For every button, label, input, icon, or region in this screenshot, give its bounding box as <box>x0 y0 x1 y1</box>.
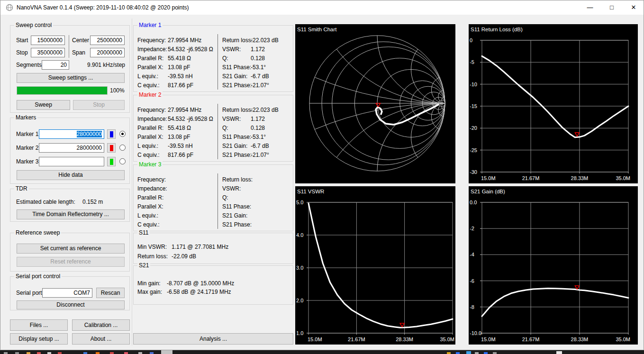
marker3-input[interactable] <box>39 157 104 166</box>
marker3-radio[interactable] <box>119 158 126 164</box>
disconnect-button[interactable]: Disconnect <box>17 300 125 309</box>
s11-return-loss-chart[interactable]: 0-5-10-15-20-25-3015.0M21.67M28.33M35.0M… <box>469 24 638 183</box>
sweep-settings-button[interactable]: Sweep settings ... <box>17 73 125 83</box>
segments-input[interactable]: 20 <box>42 60 69 70</box>
start-input[interactable]: 15000000 <box>31 36 65 45</box>
marker2-color-swatch[interactable] <box>107 143 116 153</box>
field-label: Return loss: <box>222 37 251 44</box>
close-button[interactable]: ✕ <box>623 0 644 15</box>
cable-length-value: 0.152 m <box>82 199 103 205</box>
taskbar[interactable] <box>0 350 644 354</box>
field-label: C equiv.: <box>137 221 168 228</box>
marker1-radio[interactable] <box>119 131 126 137</box>
tdr-button[interactable]: Time Domain Reflectometry ... <box>17 209 125 219</box>
field-label: Parallel R: <box>137 125 168 131</box>
sweep-button[interactable]: Sweep <box>17 100 70 110</box>
center-input[interactable]: 25000000 <box>90 36 125 45</box>
marker2-detail-panel: Marker 2 Frequency:27.9954 MHz Impedance… <box>133 95 293 162</box>
field-label: C equiv.: <box>137 82 168 89</box>
field-label: S21 Phase: <box>222 221 251 228</box>
segments-label: Segments <box>16 62 42 68</box>
field-value: 1.172 <box>251 116 265 122</box>
field-label: Parallel X: <box>137 134 168 140</box>
svg-text:21.67M: 21.67M <box>522 336 540 342</box>
field-value: 55.418 Ω <box>168 55 191 62</box>
field-label: VSWR: <box>222 185 251 192</box>
detail-divider <box>218 173 218 229</box>
field-label: S11 Phase: <box>222 64 251 71</box>
reference-sweep-group: Reference sweep Set current as reference… <box>10 233 130 272</box>
svg-text:S11 VSWR: S11 VSWR <box>297 189 324 194</box>
serial-port-input[interactable]: COM7 <box>42 288 92 298</box>
field-label: Q: <box>222 55 251 62</box>
screen: NanoVNA Saver 0.1.4 (Sweep: 2019-11-10 0… <box>0 0 644 354</box>
s11-smith-chart[interactable]: S11 Smith Chart <box>295 24 455 183</box>
s21-gain-chart[interactable]: 0.0-2-4-6-8-10.015.0M21.67M28.33M35.0MS2… <box>469 186 638 345</box>
taskbar-icon-fragment <box>58 352 62 354</box>
svg-text:-25: -25 <box>470 147 477 153</box>
tdr-group: TDR Estimated cable length: 0.152 m Time… <box>10 189 130 222</box>
set-reference-button[interactable]: Set current as reference <box>17 244 125 254</box>
analysis-button[interactable]: Analysis ... <box>133 333 293 345</box>
taskbar-icon-fragment <box>556 351 562 354</box>
s11-info-title: S11 <box>137 229 150 236</box>
field-label: Frequency: <box>137 107 168 113</box>
field-label: Return loss: <box>222 176 251 183</box>
svg-text:3.0: 3.0 <box>296 265 303 271</box>
app-icon <box>6 4 13 11</box>
field-label: S21 Phase: <box>222 152 251 158</box>
calibration-button[interactable]: Calibration ... <box>72 319 130 331</box>
field-value: 817.66 pF <box>168 152 193 158</box>
detail-divider <box>218 104 218 159</box>
minimize-button[interactable]: — <box>579 0 601 15</box>
taskbar-icon-fragment <box>466 351 471 354</box>
svg-text:0.0: 0.0 <box>470 200 477 205</box>
marker1-detail-title: Marker 1 <box>137 22 163 29</box>
marker3-detail-panel: Marker 3 Frequency: Impedance: Parallel … <box>133 164 293 231</box>
serial-port-legend: Serial port control <box>14 273 62 280</box>
span-input[interactable]: 20000000 <box>90 48 125 57</box>
field-value: 27.9954 MHz <box>168 107 201 113</box>
maximize-button[interactable]: □ <box>601 0 623 15</box>
s21-info-panel: S21 Min gain:-8.707 dB @ 15.0000 MHz Max… <box>133 265 293 305</box>
svg-text:4.0: 4.0 <box>296 232 303 238</box>
serial-port-label: Serial port <box>16 290 42 296</box>
display-setup-button[interactable]: Display setup ... <box>10 333 68 345</box>
field-value: -39.53 nH <box>168 143 193 149</box>
stop-label: Stop <box>16 49 28 56</box>
about-button[interactable]: About ... <box>72 333 130 345</box>
marker3-detail-title: Marker 3 <box>137 161 163 168</box>
panel-divider <box>132 18 132 345</box>
marker3-color-swatch[interactable] <box>107 157 116 166</box>
rescan-button[interactable]: Rescan <box>96 288 125 298</box>
taskbar-icon-fragment <box>484 352 488 354</box>
field-value: -6.7 dB <box>251 73 269 80</box>
svg-text:21.67M: 21.67M <box>522 175 540 181</box>
field-value: 817.66 pF <box>168 82 193 89</box>
files-button[interactable]: Files ... <box>10 319 68 331</box>
field-value: -21.07° <box>251 82 269 89</box>
marker2-radio[interactable] <box>119 145 126 151</box>
reset-reference-button[interactable]: Reset reference <box>17 257 125 267</box>
taskbar-icon-fragment <box>124 352 128 354</box>
s11-vswr-chart[interactable]: 5.04.03.02.01.015.0M21.67M28.33M35.0MS11… <box>295 186 455 345</box>
marker1-color-swatch[interactable] <box>107 129 116 139</box>
cable-length-label: Estimated cable length: <box>16 199 75 205</box>
marker2-label: Marker 2 <box>16 145 38 151</box>
marker1-input[interactable]: 28000000 <box>39 129 104 139</box>
stop-button[interactable]: Stop <box>73 100 125 110</box>
taskbar-icon-fragment <box>47 352 51 354</box>
window-title: NanoVNA Saver 0.1.4 (Sweep: 2019-11-10 0… <box>17 0 189 15</box>
marker1-label: Marker 1 <box>16 131 38 137</box>
hide-data-button[interactable]: Hide data <box>17 170 125 180</box>
field-value: 1.172 <box>251 46 265 53</box>
taskbar-icon-fragment <box>37 352 41 354</box>
titlebar[interactable]: NanoVNA Saver 0.1.4 (Sweep: 2019-11-10 0… <box>0 0 644 15</box>
svg-text:-2: -2 <box>470 226 474 231</box>
field-label: Parallel R: <box>137 194 168 201</box>
svg-text:-5: -5 <box>470 59 474 65</box>
marker2-input[interactable]: 28000000 <box>39 143 104 153</box>
svg-text:S11 Smith Chart: S11 Smith Chart <box>297 27 337 32</box>
tdr-legend: TDR <box>14 185 29 192</box>
stop-input[interactable]: 35000000 <box>31 48 65 57</box>
